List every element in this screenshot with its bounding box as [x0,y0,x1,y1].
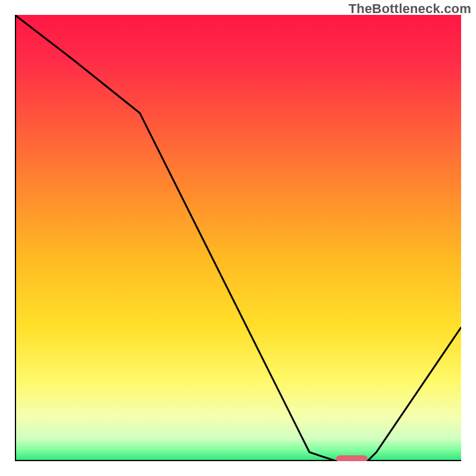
plot-background [15,15,461,461]
optimal-range-marker [336,455,368,461]
chart-container: TheBottleneck.com [0,0,476,476]
watermark-text: TheBottleneck.com [349,1,471,17]
bottleneck-chart [15,15,461,461]
